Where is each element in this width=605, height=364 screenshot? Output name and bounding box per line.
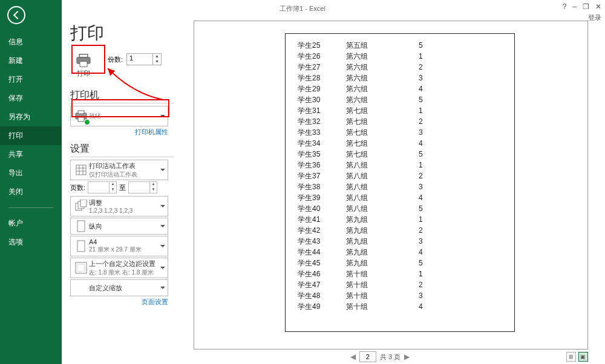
sidebar-item-帐户[interactable]: 帐户 xyxy=(0,214,62,233)
svg-rect-16 xyxy=(77,241,85,252)
table-row: 学生27第六组2 xyxy=(298,62,502,73)
pages-from-input[interactable]: ▲▼ xyxy=(88,181,117,193)
next-page-button[interactable]: ▶ xyxy=(404,353,410,361)
copies-label: 份数: xyxy=(108,55,123,64)
back-arrow-icon xyxy=(13,11,21,19)
copies-row: 份数: 1 ▲▼ xyxy=(108,53,162,65)
sidebar: 信息新建打开保存另存为打印共享导出关闭 帐户选项 xyxy=(0,0,62,364)
paper-size-select[interactable]: A421 厘米 x 29.7 厘米 xyxy=(70,236,168,256)
sidebar-item-共享[interactable]: 共享 xyxy=(0,145,62,164)
sidebar-separator xyxy=(8,207,53,208)
preview-table: 学生25第五组5学生26第六组1学生27第六组2学生28第六组3学生29第六组4… xyxy=(298,40,502,312)
page-setup-link[interactable]: 页面设置 xyxy=(70,297,168,307)
table-row: 学生35第七组5 xyxy=(298,149,502,160)
table-row: 学生45第九组5 xyxy=(298,258,502,268)
table-row: 学生44第九组4 xyxy=(298,247,502,258)
copies-value[interactable]: 1 xyxy=(127,54,152,65)
svg-rect-7 xyxy=(76,165,86,175)
window-title: 工作簿1 - Excel xyxy=(280,4,325,13)
table-row: 学生32第七组2 xyxy=(298,116,502,127)
annotation-box-print-button xyxy=(71,45,105,74)
sidebar-item-新建[interactable]: 新建 xyxy=(0,51,62,70)
annotation-box-printer-select xyxy=(71,99,169,117)
page-total-label: 共 3 页 xyxy=(380,353,401,362)
titlebar: 工作簿1 - Excel ? – ❐ ✕ 登录 xyxy=(0,0,605,17)
chevron-down-icon xyxy=(160,169,165,171)
portrait-icon xyxy=(73,218,89,234)
table-row: 学生43第九组3 xyxy=(298,236,502,247)
pages-to-input[interactable]: ▲▼ xyxy=(128,181,157,193)
restore-icon[interactable]: ❐ xyxy=(583,2,589,11)
page-icon xyxy=(73,238,89,254)
table-row: 学生40第八组5 xyxy=(298,203,502,214)
preview-content: 学生25第五组5学生26第六组1学生27第六组2学生28第六组3学生29第六组4… xyxy=(285,33,515,332)
table-row: 学生29第六组4 xyxy=(298,83,502,94)
scaling-icon xyxy=(73,280,89,296)
pages-label: 页数: xyxy=(70,183,85,192)
orientation-select[interactable]: 纵向 xyxy=(70,218,168,235)
pages-to-label: 至 xyxy=(119,183,126,192)
chevron-down-icon xyxy=(160,267,165,269)
table-row: 学生48第十组3 xyxy=(298,290,502,301)
chevron-down-icon xyxy=(160,205,165,207)
zoom-to-page-button[interactable]: ▣ xyxy=(578,352,588,362)
chevron-down-icon xyxy=(160,225,165,227)
table-row: 学生34第七组4 xyxy=(298,138,502,149)
sidebar-item-选项[interactable]: 选项 xyxy=(0,233,62,252)
main-content: 打印 打印 份数: 1 ▲▼ 打印机 xyxy=(62,17,605,364)
table-row: 学生28第六组3 xyxy=(298,73,502,83)
preview-footer: ◀ 共 3 页 ▶ ⊞ ▣ xyxy=(194,349,588,364)
minimize-icon[interactable]: – xyxy=(572,2,577,11)
print-scope-select[interactable]: 打印活动工作表仅打印活动工作表 xyxy=(70,160,168,180)
help-icon[interactable]: ? xyxy=(563,2,567,11)
close-icon[interactable]: ✕ xyxy=(595,2,601,11)
current-page-input[interactable] xyxy=(359,351,376,362)
table-row: 学生33第七组3 xyxy=(298,127,502,138)
sidebar-item-打印[interactable]: 打印 xyxy=(0,126,62,145)
chevron-down-icon xyxy=(160,287,165,289)
svg-rect-14 xyxy=(80,200,87,207)
pages-range-row: 页数: ▲▼ 至 ▲▼ xyxy=(70,181,168,193)
print-preview: 学生25第五组5学生26第六组1学生27第六组2学生28第六组3学生29第六组4… xyxy=(183,17,605,364)
printer-properties-link[interactable]: 打印机属性 xyxy=(70,128,168,137)
page-title: 打印 xyxy=(70,22,174,45)
margins-icon xyxy=(73,260,89,276)
sidebar-item-信息[interactable]: 信息 xyxy=(0,33,62,51)
table-row: 学生30第六组5 xyxy=(298,94,502,105)
table-row: 学生26第六组1 xyxy=(298,51,502,62)
settings-heading: 设置 xyxy=(70,143,174,157)
table-row: 学生42第九组2 xyxy=(298,225,502,236)
preview-page: 学生25第五组5学生26第六组1学生27第六组2学生28第六组3学生29第六组4… xyxy=(194,21,588,349)
chevron-down-icon xyxy=(160,245,165,247)
show-margins-button[interactable]: ⊞ xyxy=(566,352,576,362)
scaling-select[interactable]: 自定义缩放 xyxy=(70,279,168,296)
table-row: 学生39第八组4 xyxy=(298,192,502,203)
sheet-icon xyxy=(73,162,89,178)
svg-rect-6 xyxy=(78,117,84,122)
copies-spinner[interactable]: 1 ▲▼ xyxy=(126,53,162,65)
status-ready-icon xyxy=(84,119,90,125)
window-controls: ? – ❐ ✕ xyxy=(563,2,601,11)
margins-select[interactable]: 上一个自定义边距设置左: 1.8 厘米 右: 1.8 厘米 xyxy=(70,258,168,278)
collate-select[interactable]: 调整1,2,3 1,2,3 1,2,3 xyxy=(70,196,168,216)
sidebar-item-保存[interactable]: 保存 xyxy=(0,89,62,108)
table-row: 学生38第八组3 xyxy=(298,181,502,192)
sidebar-item-打开[interactable]: 打开 xyxy=(0,70,62,89)
table-row: 学生41第九组1 xyxy=(298,214,502,225)
spinner-buttons[interactable]: ▲▼ xyxy=(152,54,161,65)
table-row: 学生37第八组2 xyxy=(298,171,502,181)
table-row: 学生36第八组1 xyxy=(298,160,502,171)
table-row: 学生25第五组5 xyxy=(298,40,502,51)
table-row: 学生47第十组2 xyxy=(298,279,502,290)
back-button[interactable] xyxy=(7,6,25,24)
table-row: 学生49第十组4 xyxy=(298,301,502,312)
table-row: 学生31第七组1 xyxy=(298,105,502,116)
table-row: 学生46第十组1 xyxy=(298,268,502,279)
prev-page-button[interactable]: ◀ xyxy=(350,353,356,361)
svg-rect-15 xyxy=(77,221,85,232)
sidebar-item-导出[interactable]: 导出 xyxy=(0,164,62,183)
page-navigator: ◀ 共 3 页 ▶ xyxy=(350,351,410,362)
collate-icon xyxy=(73,198,89,214)
sidebar-item-关闭[interactable]: 关闭 xyxy=(0,183,62,201)
sidebar-item-另存为[interactable]: 另存为 xyxy=(0,108,62,126)
